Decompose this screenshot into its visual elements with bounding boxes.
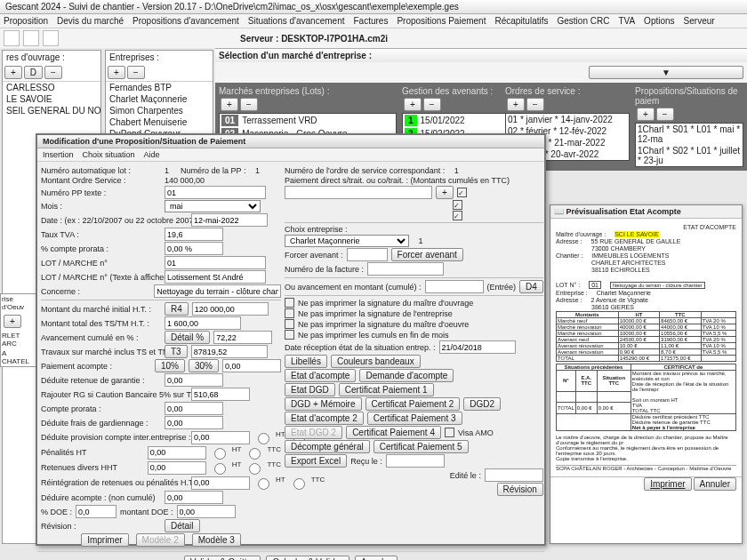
prop-row[interactable]: 1Charl * S01 * L01 * mai * 12-ma — [636, 124, 743, 145]
menu-options[interactable]: Options — [644, 16, 674, 26]
r-ht3[interactable] — [214, 463, 226, 475]
menu-crc[interactable]: Gestion CRC — [557, 16, 609, 26]
r-ht2[interactable] — [214, 448, 226, 460]
inp-daterecep[interactable] — [439, 340, 516, 354]
prev-imprimer[interactable]: Imprimer — [644, 477, 691, 491]
tool-icon-1[interactable] — [4, 30, 20, 46]
o-plus[interactable]: + — [507, 98, 525, 111]
btn-cert3[interactable]: Certificat Paiement 3 — [367, 412, 462, 425]
inp-frais[interactable] — [165, 416, 223, 429]
r-ttc2[interactable] — [249, 448, 261, 460]
btn-couleurs[interactable]: Couleurs bandeaux — [331, 355, 421, 368]
r-ht[interactable] — [258, 433, 269, 444]
ent-plus[interactable]: + — [108, 66, 125, 79]
chk-sig-ent[interactable] — [285, 308, 294, 318]
inp-prov[interactable] — [191, 431, 250, 444]
dlg-menu-choix[interactable]: Choix situation — [83, 150, 135, 159]
m-plus[interactable]: + — [221, 98, 238, 111]
btn-calc-valider[interactable]: Calculer & Valider — [266, 556, 349, 560]
sel-choix-ent[interactable]: Charlet Maçonnerie — [285, 235, 409, 247]
inp-tm[interactable] — [191, 345, 268, 358]
strip-item[interactable]: RLET ARC — [1, 331, 36, 348]
btn-export[interactable]: Export Excel — [285, 454, 347, 468]
ent-list[interactable]: Fernandes BTP Charlet Maçonnerie Simon C… — [106, 81, 213, 135]
r-ttc3[interactable] — [249, 463, 261, 475]
inp-pen[interactable] — [148, 446, 206, 460]
p-plus[interactable]: + — [637, 108, 655, 121]
ent-item[interactable]: Fernandes BTP — [106, 82, 213, 93]
chk-sig-mo[interactable] — [285, 298, 294, 308]
ent-item[interactable]: Chabert Menuiserie — [106, 116, 213, 128]
inp-rajrg[interactable] — [191, 388, 250, 401]
p-minus[interactable]: − — [656, 108, 674, 121]
s-plus[interactable]: + — [4, 315, 21, 328]
menu-proposition[interactable]: Proposition — [4, 16, 48, 26]
mo-d[interactable]: D — [24, 66, 43, 79]
mo-list[interactable]: CARLESSO LE SAVOIE SEIL GENERAL DU NORD — [3, 81, 100, 135]
btn-modele3[interactable]: Modèle 3 — [192, 533, 241, 547]
inp-mht[interactable] — [192, 302, 269, 316]
os-row[interactable]: 01 * janvier * 14-janv-2022 — [506, 114, 629, 125]
a-minus[interactable]: − — [423, 98, 441, 111]
inp-av[interactable] — [213, 331, 272, 344]
mo-plus[interactable]: + — [4, 66, 22, 79]
btn-etat-ac2[interactable]: Etat d'acompte 2 — [285, 412, 364, 425]
btn-demande[interactable]: Demande d'acompte — [359, 369, 454, 382]
btn-d4[interactable]: D4 — [519, 280, 543, 293]
r-ht4[interactable] — [258, 478, 269, 490]
btn-30[interactable]: 30% — [189, 359, 219, 372]
btn-forcer[interactable]: Forcer avenant — [391, 248, 463, 261]
a-plus[interactable]: + — [404, 98, 422, 111]
ent-minus[interactable]: − — [127, 66, 145, 79]
inp-tts[interactable] — [165, 316, 241, 330]
ent-item[interactable]: Simon Charpentes — [106, 105, 213, 116]
btn-decgen[interactable]: Décompte général — [285, 440, 370, 453]
inp-lottxt[interactable] — [165, 270, 266, 284]
chk-p3[interactable] — [453, 211, 462, 220]
inp-forcer[interactable] — [347, 248, 388, 261]
tool-icon-2[interactable] — [23, 30, 39, 46]
o-minus[interactable]: − — [526, 98, 544, 111]
dlg-menu-insertion[interactable]: Insertion — [43, 150, 74, 159]
inp-ouav[interactable] — [425, 280, 484, 293]
btn-10[interactable]: 10% — [155, 359, 185, 372]
sel-mois[interactable]: mai — [165, 200, 261, 212]
btn-dgd[interactable]: Etat DGD — [285, 383, 335, 396]
chk-sig-moe[interactable] — [285, 319, 294, 329]
menu-devis[interactable]: Devis du marché — [57, 16, 124, 26]
btn-cert2[interactable]: Certificat Paiement 2 — [365, 397, 461, 411]
inp-dedac[interactable] — [165, 491, 223, 504]
btn-annuler[interactable]: Annuler — [355, 556, 398, 560]
inp-cpr[interactable] — [165, 242, 223, 255]
sel-dropdown[interactable]: ▼ — [589, 66, 743, 79]
m-minus[interactable]: − — [240, 98, 258, 111]
btn-imprimer[interactable]: Imprimer — [81, 533, 128, 547]
prev-annuler[interactable]: Annuler — [694, 477, 736, 491]
av-num[interactable]: 1 — [405, 115, 417, 126]
prop-row[interactable]: 1Charl * S02 * L01 * juillet * 23-ju — [636, 145, 743, 166]
menu-recap[interactable]: Récapitulatifs — [494, 16, 548, 26]
inp-pptxt[interactable] — [165, 186, 266, 199]
inp-dedgar[interactable] — [165, 373, 223, 387]
menu-tva[interactable]: TVA — [618, 16, 635, 26]
inp-conc[interactable] — [154, 284, 281, 298]
btn-pplus[interactable]: + — [436, 186, 454, 199]
mo-item[interactable]: SEIL GENERAL DU NORD — [3, 105, 100, 116]
inp-edite[interactable] — [485, 468, 543, 482]
btn-t3[interactable]: T3 — [165, 345, 188, 358]
btn-cert1[interactable]: Certificat Paiement 1 — [339, 383, 434, 396]
inp-doe[interactable] — [76, 505, 116, 518]
inp-numfact[interactable] — [367, 262, 444, 276]
btn-revision[interactable]: Révision — [497, 483, 543, 496]
inp-reint[interactable] — [191, 476, 250, 490]
menu-prop-pai[interactable]: Propositions Paiement — [397, 16, 486, 26]
menu-serveur[interactable]: Serveur — [684, 16, 715, 26]
mo-item[interactable]: CARLESSO — [3, 82, 100, 93]
mo-minus[interactable]: − — [44, 66, 62, 79]
menu-factures[interactable]: Factures — [353, 16, 388, 26]
menu-sit-av[interactable]: Situations d'avancement — [248, 16, 345, 26]
ent-item[interactable]: Charlet Maçonnerie — [106, 93, 213, 105]
inp-paiement[interactable] — [285, 186, 432, 199]
menu-prop-av[interactable]: Propositions d'avancement — [133, 16, 239, 26]
btn-dgd2[interactable]: DGD2 — [463, 397, 501, 411]
